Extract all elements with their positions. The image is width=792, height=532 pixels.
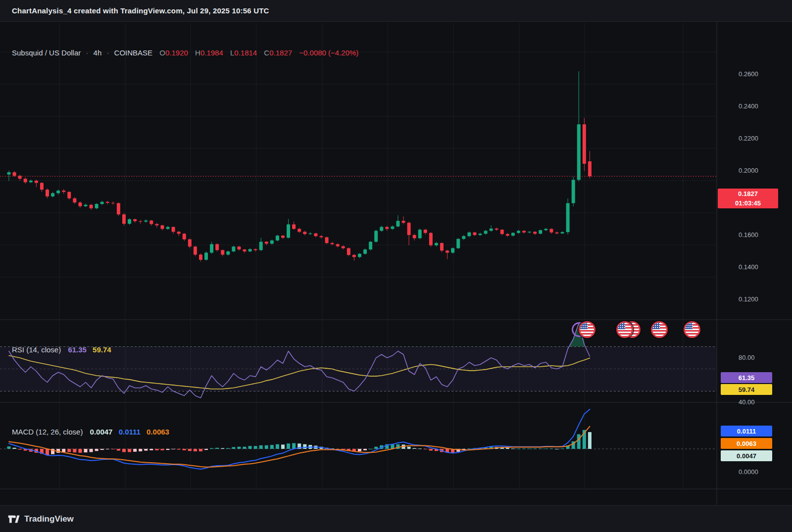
macd-legend[interactable]: MACD (12, 26, close) 0.0047 0.0111 0.006…: [12, 428, 169, 436]
price-tick: 0.2400: [739, 102, 758, 110]
macd-tick: 0.0000: [739, 468, 758, 476]
exchange-label: COINBASE: [114, 48, 153, 57]
price-tick: 0.1200: [739, 295, 758, 303]
macd-name: MACD (12, 26, close): [12, 428, 83, 436]
high-label: H: [195, 48, 200, 57]
macd-value-badge: 0.0063: [721, 438, 772, 449]
rsi-name: RSI (14, close): [12, 345, 61, 354]
rsi-tick: 80.00: [739, 354, 755, 361]
macd-value-badge: 0.0047: [721, 450, 772, 461]
chart-header: ChartAnalysis_4 created with TradingView…: [0, 0, 792, 22]
rsi-value-badge: 61.35: [721, 372, 772, 383]
last-price-value: 0.1827: [718, 190, 778, 199]
tradingview-brand[interactable]: TradingView: [24, 514, 74, 524]
tradingview-logo-icon[interactable]: [7, 513, 20, 526]
rsi-value-badge: 59.74: [721, 384, 772, 395]
interval-label: 4h: [94, 48, 102, 57]
rsi-ma-value: 59.74: [93, 345, 111, 354]
open-value: 0.1920: [165, 48, 188, 57]
symbol-legend[interactable]: Subsquid / US Dollar · 4h · COINBASE O0.…: [12, 48, 358, 57]
page-title: ChartAnalysis_4 created with TradingView…: [12, 6, 269, 15]
chart-canvas[interactable]: Subsquid / US Dollar · 4h · COINBASE O0.…: [0, 22, 792, 505]
rsi-legend[interactable]: RSI (14, close) 61.35 59.74: [12, 345, 111, 354]
footer-bar: TradingView: [0, 505, 792, 532]
change-value: −0.0080 (−4.20%): [299, 48, 358, 57]
price-tick: 0.1400: [739, 263, 758, 271]
macd-signal-value: 0.0063: [147, 428, 169, 436]
price-tick: 0.2200: [739, 135, 758, 142]
symbol-name: Subsquid / US Dollar: [12, 48, 81, 57]
open-label: O: [159, 48, 165, 57]
macd-hist-value: 0.0047: [90, 428, 113, 436]
us-flag-event-icon[interactable]: [616, 321, 633, 338]
rsi-tick: 40.00: [739, 398, 755, 406]
us-flag-event-icon[interactable]: [651, 321, 668, 338]
rsi-value: 61.35: [68, 345, 87, 354]
separator: ·: [86, 48, 88, 57]
separator: ·: [106, 48, 109, 57]
macd-value-badge: 0.0111: [721, 426, 772, 436]
price-tick: 0.2000: [739, 167, 758, 174]
high-value: 0.1984: [200, 48, 223, 57]
price-tick: 0.1600: [739, 231, 758, 239]
macd-line-value: 0.0111: [119, 428, 141, 436]
tradingview-chart-window: ChartAnalysis_4 created with TradingView…: [0, 0, 792, 532]
close-value: 0.1827: [269, 48, 292, 57]
bar-countdown: 01:03:45: [718, 199, 778, 208]
us-flag-event-icon[interactable]: [579, 321, 595, 338]
last-price-label: 0.1827 01:03:45: [718, 189, 778, 208]
price-tick: 0.2600: [739, 70, 758, 78]
us-flag-event-icon[interactable]: [684, 321, 700, 338]
close-label: C: [264, 48, 269, 57]
low-value: 0.1814: [234, 48, 257, 57]
